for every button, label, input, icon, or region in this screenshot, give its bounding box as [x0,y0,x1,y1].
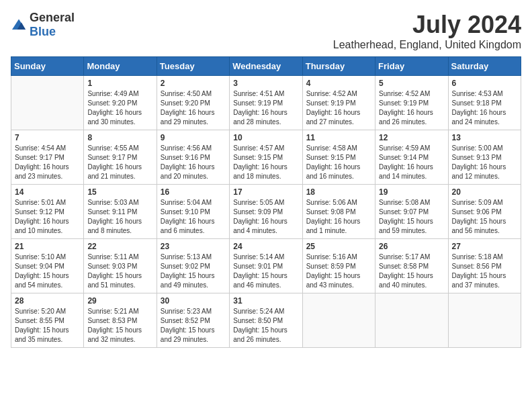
table-row: 3Sunrise: 4:51 AMSunset: 9:19 PMDaylight… [230,76,302,130]
table-row: 29Sunrise: 5:21 AMSunset: 8:53 PMDayligh… [84,293,157,348]
day-info: Sunrise: 5:04 AMSunset: 9:10 PMDaylight:… [161,198,226,236]
day-info: Sunrise: 5:21 AMSunset: 8:53 PMDaylight:… [87,307,152,345]
day-info: Sunrise: 4:51 AMSunset: 9:19 PMDaylight:… [233,89,298,127]
table-row: 7Sunrise: 4:54 AMSunset: 9:17 PMDaylight… [11,130,84,185]
day-info: Sunrise: 4:59 AMSunset: 9:14 PMDaylight:… [379,144,444,181]
day-number: 2 [161,79,226,88]
table-row: 30Sunrise: 5:23 AMSunset: 8:52 PMDayligh… [157,293,229,348]
day-info: Sunrise: 4:56 AMSunset: 9:16 PMDaylight:… [161,144,226,181]
table-row: 10Sunrise: 4:57 AMSunset: 9:15 PMDayligh… [230,130,302,185]
logo-icon [11,18,27,32]
day-number: 10 [233,133,298,142]
calendar-table: Sunday Monday Tuesday Wednesday Thursday… [11,56,521,348]
day-number: 6 [452,79,517,88]
table-row: 15Sunrise: 5:03 AMSunset: 9:11 PMDayligh… [84,185,157,239]
logo-text: General Blue [30,11,75,39]
day-info: Sunrise: 5:14 AMSunset: 9:01 PMDaylight:… [233,253,298,290]
day-info: Sunrise: 4:50 AMSunset: 9:20 PMDaylight:… [161,89,226,127]
day-info: Sunrise: 4:55 AMSunset: 9:17 PMDaylight:… [87,144,152,181]
table-row: 4Sunrise: 4:52 AMSunset: 9:19 PMDaylight… [302,76,375,130]
day-number: 11 [306,133,371,142]
day-number: 26 [379,242,444,251]
day-info: Sunrise: 4:49 AMSunset: 9:20 PMDaylight:… [87,89,152,127]
table-row: 26Sunrise: 5:17 AMSunset: 8:58 PMDayligh… [375,239,448,293]
month-year: July 2024 [333,11,521,39]
day-number: 28 [15,296,80,306]
day-number: 24 [233,242,298,251]
table-row: 11Sunrise: 4:58 AMSunset: 9:15 PMDayligh… [302,130,375,185]
day-number: 3 [233,79,298,88]
day-number: 7 [15,133,80,142]
day-info: Sunrise: 4:58 AMSunset: 9:15 PMDaylight:… [306,144,371,181]
table-row: 8Sunrise: 4:55 AMSunset: 9:17 PMDaylight… [84,130,157,185]
day-number: 25 [306,242,371,251]
logo-blue: Blue [30,25,56,38]
title-area: July 2024 Leatherhead, England, United K… [333,11,521,51]
col-tuesday: Tuesday [157,57,229,76]
day-info: Sunrise: 5:06 AMSunset: 9:08 PMDaylight:… [306,198,371,236]
day-number: 5 [379,79,444,88]
day-number: 17 [233,187,298,197]
day-number: 13 [452,133,517,142]
day-number: 9 [161,133,226,142]
calendar-week-row: 28Sunrise: 5:20 AMSunset: 8:55 PMDayligh… [11,293,521,348]
day-info: Sunrise: 4:53 AMSunset: 9:18 PMDaylight:… [452,89,517,127]
calendar-week-row: 7Sunrise: 4:54 AMSunset: 9:17 PMDaylight… [11,130,521,185]
day-number: 20 [452,187,517,197]
day-info: Sunrise: 5:11 AMSunset: 9:03 PMDaylight:… [87,253,152,290]
table-row: 16Sunrise: 5:04 AMSunset: 9:10 PMDayligh… [157,185,229,239]
day-info: Sunrise: 4:57 AMSunset: 9:15 PMDaylight:… [233,144,298,181]
table-row: 19Sunrise: 5:08 AMSunset: 9:07 PMDayligh… [375,185,448,239]
day-info: Sunrise: 5:01 AMSunset: 9:12 PMDaylight:… [15,198,80,236]
day-info: Sunrise: 5:10 AMSunset: 9:04 PMDaylight:… [15,253,80,290]
day-info: Sunrise: 5:05 AMSunset: 9:09 PMDaylight:… [233,198,298,236]
day-info: Sunrise: 4:52 AMSunset: 9:19 PMDaylight:… [306,89,371,127]
table-row: 21Sunrise: 5:10 AMSunset: 9:04 PMDayligh… [11,239,84,293]
day-number: 27 [452,242,517,251]
table-row: 5Sunrise: 4:52 AMSunset: 9:19 PMDaylight… [375,76,448,130]
calendar-header-row: Sunday Monday Tuesday Wednesday Thursday… [11,57,521,76]
col-monday: Monday [84,57,157,76]
calendar-week-row: 1Sunrise: 4:49 AMSunset: 9:20 PMDaylight… [11,76,521,130]
table-row: 9Sunrise: 4:56 AMSunset: 9:16 PMDaylight… [157,130,229,185]
day-number: 30 [161,296,226,306]
table-row: 18Sunrise: 5:06 AMSunset: 9:08 PMDayligh… [302,185,375,239]
table-row [11,76,84,130]
day-number: 1 [87,79,152,88]
col-sunday: Sunday [11,57,84,76]
day-info: Sunrise: 5:16 AMSunset: 8:59 PMDaylight:… [306,253,371,290]
day-info: Sunrise: 5:08 AMSunset: 9:07 PMDaylight:… [379,198,444,236]
day-number: 19 [379,187,444,197]
day-info: Sunrise: 4:54 AMSunset: 9:17 PMDaylight:… [15,144,80,181]
day-number: 18 [306,187,371,197]
day-number: 29 [87,296,152,306]
page-header: General Blue July 2024 Leatherhead, Engl… [11,11,521,51]
table-row: 20Sunrise: 5:09 AMSunset: 9:06 PMDayligh… [448,185,521,239]
day-info: Sunrise: 5:00 AMSunset: 9:13 PMDaylight:… [452,144,517,181]
day-number: 12 [379,133,444,142]
table-row: 28Sunrise: 5:20 AMSunset: 8:55 PMDayligh… [11,293,84,348]
day-number: 23 [161,242,226,251]
table-row [375,293,448,348]
table-row: 12Sunrise: 4:59 AMSunset: 9:14 PMDayligh… [375,130,448,185]
table-row: 23Sunrise: 5:13 AMSunset: 9:02 PMDayligh… [157,239,229,293]
day-number: 16 [161,187,226,197]
calendar-week-row: 14Sunrise: 5:01 AMSunset: 9:12 PMDayligh… [11,185,521,239]
day-info: Sunrise: 4:52 AMSunset: 9:19 PMDaylight:… [379,89,444,127]
day-info: Sunrise: 5:13 AMSunset: 9:02 PMDaylight:… [161,253,226,290]
day-info: Sunrise: 5:20 AMSunset: 8:55 PMDaylight:… [15,307,80,345]
day-number: 21 [15,242,80,251]
table-row: 24Sunrise: 5:14 AMSunset: 9:01 PMDayligh… [230,239,302,293]
col-saturday: Saturday [448,57,521,76]
table-row: 31Sunrise: 5:24 AMSunset: 8:50 PMDayligh… [230,293,302,348]
logo: General Blue [11,11,75,39]
table-row [448,293,521,348]
day-info: Sunrise: 5:24 AMSunset: 8:50 PMDaylight:… [233,307,298,345]
table-row: 13Sunrise: 5:00 AMSunset: 9:13 PMDayligh… [448,130,521,185]
table-row: 27Sunrise: 5:18 AMSunset: 8:56 PMDayligh… [448,239,521,293]
location: Leatherhead, England, United Kingdom [333,39,521,51]
calendar-week-row: 21Sunrise: 5:10 AMSunset: 9:04 PMDayligh… [11,239,521,293]
day-info: Sunrise: 5:18 AMSunset: 8:56 PMDaylight:… [452,253,517,290]
day-number: 8 [87,133,152,142]
day-number: 4 [306,79,371,88]
